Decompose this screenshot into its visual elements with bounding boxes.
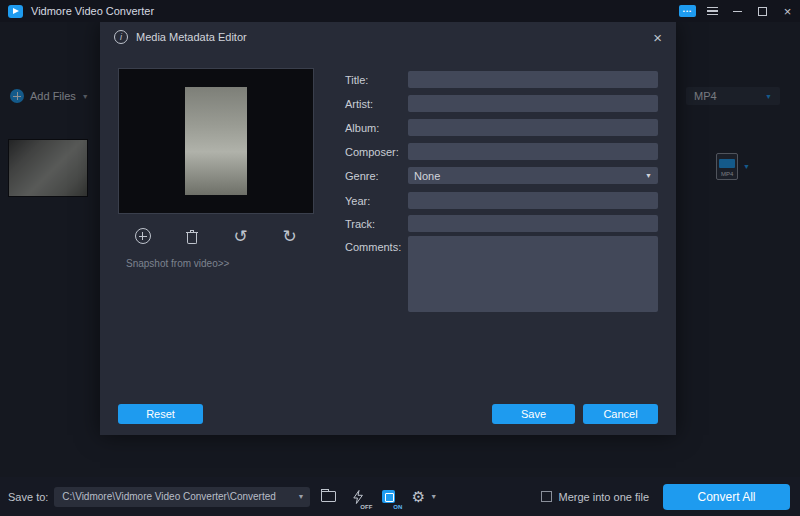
save-path-wrap: ▼ [54, 486, 310, 507]
title-label: Title: [345, 74, 368, 86]
app-window: Vidmore Video Converter ••• × Add Files … [0, 0, 800, 516]
composer-input[interactable] [408, 143, 658, 160]
track-label: Track: [345, 218, 375, 230]
rotate-left-icon: ↺ [233, 228, 247, 245]
minimize-button[interactable] [725, 0, 750, 22]
rotate-right-icon: ↻ [282, 228, 296, 245]
field-row-title: Title: [345, 71, 368, 88]
media-metadata-editor-dialog: i Media Metadata Editor × ↺ ↻ Snapshot f… [100, 22, 676, 435]
rotate-right-button[interactable]: ↻ [278, 224, 302, 248]
add-cover-button[interactable] [131, 224, 155, 248]
lightning-icon [353, 490, 363, 504]
save-path-input[interactable] [54, 487, 310, 507]
on-badge: ON [393, 504, 402, 510]
folder-icon [321, 491, 336, 502]
year-input[interactable] [408, 192, 658, 209]
save-button[interactable]: Save [492, 404, 575, 424]
field-row-track: Track: [345, 215, 375, 232]
dialog-header: i Media Metadata Editor × [100, 22, 676, 52]
merge-checkbox[interactable] [541, 491, 552, 502]
track-input[interactable] [408, 215, 658, 232]
genre-label: Genre: [345, 170, 379, 182]
chevron-down-icon[interactable]: ▼ [297, 493, 304, 500]
close-button[interactable]: × [775, 0, 800, 22]
minimize-icon [733, 11, 742, 12]
chevron-down-icon[interactable]: ▼ [430, 493, 437, 500]
album-label: Album: [345, 122, 379, 134]
field-row-album: Album: [345, 119, 379, 136]
save-to-label: Save to: [8, 491, 48, 503]
titlebar: Vidmore Video Converter ••• × [0, 0, 800, 22]
window-title: Vidmore Video Converter [31, 5, 154, 17]
trash-icon [186, 229, 198, 244]
dialog-title: Media Metadata Editor [136, 31, 247, 43]
merge-option[interactable]: Merge into one file [541, 491, 650, 503]
genre-value: None [414, 170, 440, 182]
maximize-button[interactable] [750, 0, 775, 22]
merge-label: Merge into one file [559, 491, 650, 503]
field-row-comments: Comments: [345, 238, 401, 255]
artist-input[interactable] [408, 95, 658, 112]
delete-cover-button[interactable] [180, 224, 204, 248]
maximize-icon [758, 7, 767, 16]
comments-label: Comments: [345, 241, 401, 253]
album-input[interactable] [408, 119, 658, 136]
vidmore-logo-icon [8, 5, 23, 18]
message-icon: ••• [679, 5, 696, 17]
cancel-button[interactable]: Cancel [583, 404, 658, 424]
reset-button[interactable]: Reset [118, 404, 203, 424]
dialog-close-button[interactable]: × [653, 30, 662, 45]
title-input[interactable] [408, 71, 658, 88]
gear-icon: ⚙ [412, 489, 425, 504]
field-row-genre: Genre: [345, 167, 379, 184]
field-row-artist: Artist: [345, 95, 373, 112]
hamburger-menu-icon [707, 7, 718, 16]
video-preview-frame [185, 87, 247, 195]
menu-button[interactable] [700, 0, 725, 22]
genre-select[interactable]: None ▼ [408, 167, 658, 184]
bottom-bar: Save to: ▼ OFF ON ⚙ ▼ Merge into one fil… [0, 477, 800, 516]
rotate-left-button[interactable]: ↺ [229, 224, 253, 248]
settings-button[interactable]: ⚙ [406, 485, 430, 509]
video-preview [118, 68, 314, 214]
artist-label: Artist: [345, 98, 373, 110]
chevron-down-icon: ▼ [645, 172, 652, 179]
preview-toolbar: ↺ ↻ [118, 222, 314, 250]
close-icon: × [784, 5, 792, 18]
gpu-icon [382, 490, 395, 503]
comments-textarea[interactable] [408, 236, 658, 312]
composer-label: Composer: [345, 146, 399, 158]
snapshot-from-video-link[interactable]: Snapshot from video>> [126, 258, 229, 269]
high-speed-toggle[interactable]: OFF [346, 485, 370, 509]
field-row-year: Year: [345, 192, 370, 209]
off-badge: OFF [360, 504, 372, 510]
window-controls: ••• × [675, 0, 800, 22]
gpu-acceleration-toggle[interactable]: ON [376, 485, 400, 509]
plus-circle-icon [135, 228, 151, 244]
year-label: Year: [345, 195, 370, 207]
feedback-button[interactable]: ••• [675, 0, 700, 22]
field-row-composer: Composer: [345, 143, 399, 160]
open-folder-button[interactable] [316, 485, 340, 509]
info-icon: i [114, 30, 128, 44]
convert-all-button[interactable]: Convert All [663, 484, 790, 510]
